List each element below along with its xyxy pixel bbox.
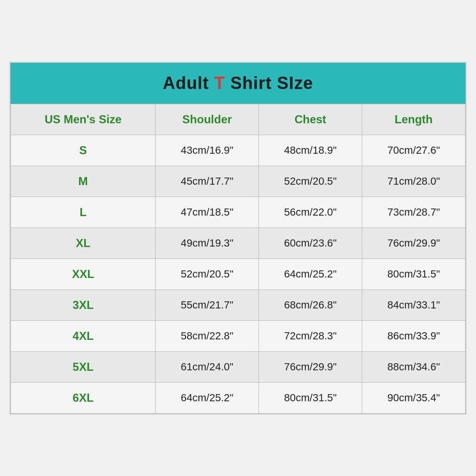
cell-size: XL — [11, 228, 156, 258]
cell-shoulder: 61cm/24.0" — [156, 351, 259, 382]
cell-shoulder: 55cm/21.7" — [156, 289, 259, 320]
cell-size: M — [11, 166, 156, 197]
title-bar: Adult T Shirt SIze — [10, 63, 466, 104]
cell-shoulder: 45cm/17.7" — [156, 166, 259, 197]
cell-chest: 56cm/22.0" — [259, 197, 362, 228]
cell-chest: 48cm/18.9" — [259, 135, 362, 166]
cell-chest: 60cm/23.6" — [259, 228, 362, 258]
cell-chest: 52cm/20.5" — [259, 166, 362, 197]
cell-shoulder: 52cm/20.5" — [156, 258, 259, 289]
cell-size: S — [11, 135, 156, 166]
col-chest: Chest — [259, 104, 362, 135]
cell-length: 90cm/35.4" — [362, 382, 466, 413]
table-row: S43cm/16.9"48cm/18.9"70cm/27.6" — [11, 135, 466, 166]
table-row: L47cm/18.5"56cm/22.0"73cm/28.7" — [11, 197, 466, 228]
cell-shoulder: 43cm/16.9" — [156, 135, 259, 166]
cell-shoulder: 49cm/19.3" — [156, 228, 259, 258]
col-shoulder: Shoulder — [156, 104, 259, 135]
table-row: 5XL61cm/24.0"76cm/29.9"88cm/34.6" — [11, 351, 466, 382]
cell-size: 5XL — [11, 351, 156, 382]
cell-size: 3XL — [11, 289, 156, 320]
cell-chest: 76cm/29.9" — [259, 351, 362, 382]
title-t: T — [214, 73, 225, 93]
table-row: 4XL58cm/22.8"72cm/28.3"86cm/33.9" — [11, 320, 466, 351]
chart-title: Adult T Shirt SIze — [15, 73, 461, 93]
cell-shoulder: 47cm/18.5" — [156, 197, 259, 228]
table-header: US Men's Size Shoulder Chest Length — [11, 104, 466, 135]
table-body: S43cm/16.9"48cm/18.9"70cm/27.6"M45cm/17.… — [11, 135, 466, 413]
cell-length: 80cm/31.5" — [362, 258, 466, 289]
title-part3: Shirt SIze — [225, 73, 313, 93]
table-row: 3XL55cm/21.7"68cm/26.8"84cm/33.1" — [11, 289, 466, 320]
cell-length: 76cm/29.9" — [362, 228, 466, 258]
cell-chest: 64cm/25.2" — [259, 258, 362, 289]
cell-chest: 72cm/28.3" — [259, 320, 362, 351]
cell-size: L — [11, 197, 156, 228]
cell-size: XXL — [11, 258, 156, 289]
cell-length: 70cm/27.6" — [362, 135, 466, 166]
title-part1: Adult — [163, 73, 214, 93]
cell-size: 4XL — [11, 320, 156, 351]
cell-shoulder: 58cm/22.8" — [156, 320, 259, 351]
col-length: Length — [362, 104, 466, 135]
size-chart: Adult T Shirt SIze US Men's Size Shoulde… — [10, 62, 466, 415]
cell-size: 6XL — [11, 382, 156, 413]
table-row: 6XL64cm/25.2"80cm/31.5"90cm/35.4" — [11, 382, 466, 413]
table-row: XXL52cm/20.5"64cm/25.2"80cm/31.5" — [11, 258, 466, 289]
cell-length: 73cm/28.7" — [362, 197, 466, 228]
cell-length: 86cm/33.9" — [362, 320, 466, 351]
table-row: M45cm/17.7"52cm/20.5"71cm/28.0" — [11, 166, 466, 197]
header-row: US Men's Size Shoulder Chest Length — [11, 104, 466, 135]
cell-chest: 68cm/26.8" — [259, 289, 362, 320]
cell-length: 71cm/28.0" — [362, 166, 466, 197]
cell-length: 84cm/33.1" — [362, 289, 466, 320]
size-table: US Men's Size Shoulder Chest Length S43c… — [10, 104, 466, 414]
cell-shoulder: 64cm/25.2" — [156, 382, 259, 413]
cell-length: 88cm/34.6" — [362, 351, 466, 382]
table-row: XL49cm/19.3"60cm/23.6"76cm/29.9" — [11, 228, 466, 258]
cell-chest: 80cm/31.5" — [259, 382, 362, 413]
col-size: US Men's Size — [11, 104, 156, 135]
